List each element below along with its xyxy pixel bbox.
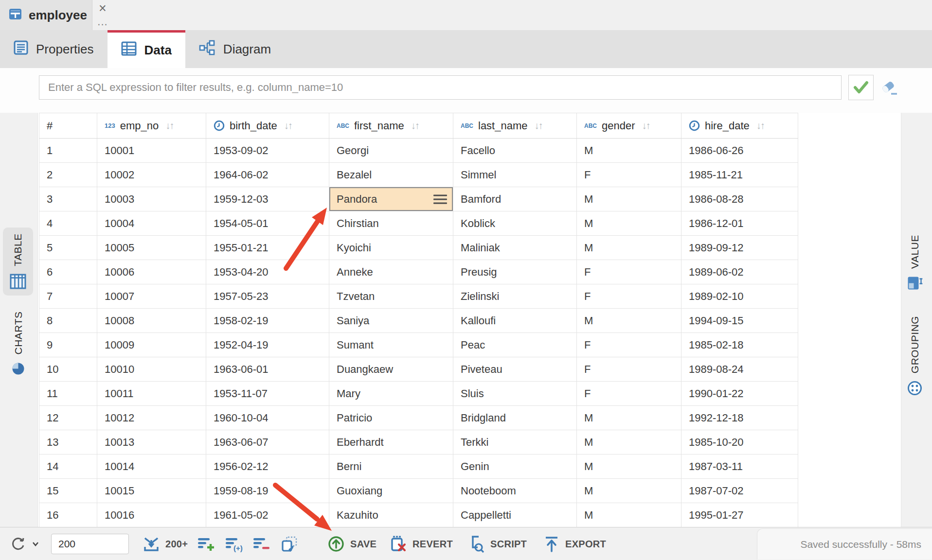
cell-last_name[interactable]: Facello (453, 139, 577, 163)
cell-gender[interactable]: F (577, 163, 681, 187)
cell-birth_date[interactable]: 1959-08-19 (206, 479, 329, 503)
row-number-cell[interactable]: 1 (39, 139, 97, 163)
cell-first_name[interactable]: Chirstian (329, 211, 453, 236)
cell-emp_no[interactable]: 10015 (97, 479, 206, 503)
cell-last_name[interactable]: Zielinski (453, 284, 577, 309)
cell-first_name[interactable]: Kazuhito (329, 503, 453, 527)
column-header-birth_date[interactable]: birth_date↓↑ (206, 113, 329, 139)
row-number-cell[interactable]: 6 (39, 260, 97, 284)
apply-filter-button[interactable] (848, 75, 874, 100)
sort-icon[interactable]: ↓↑ (756, 120, 764, 131)
panel-tab-charts[interactable]: CHARTS (3, 304, 34, 384)
export-button[interactable]: EXPORT (543, 527, 606, 560)
cell-first_name[interactable]: Tzvetan (329, 284, 453, 309)
cell-menu-icon[interactable] (433, 194, 447, 204)
cell-last_name[interactable]: Maliniak (453, 236, 577, 260)
cell-birth_date[interactable]: 1959-12-03 (206, 187, 329, 211)
cell-birth_date[interactable]: 1954-05-01 (206, 211, 329, 236)
cell-hire_date[interactable]: 1987-03-11 (681, 455, 798, 479)
cell-gender[interactable]: F (577, 284, 681, 309)
column-header-row[interactable]: # (39, 113, 97, 139)
cell-emp_no[interactable]: 10016 (97, 503, 206, 527)
revert-button[interactable]: REVERT (389, 527, 453, 560)
fetch-size-input[interactable] (51, 534, 129, 554)
cell-gender[interactable]: M (577, 455, 681, 479)
cell-gender[interactable]: M (577, 187, 681, 211)
cell-birth_date[interactable]: 1961-05-02 (206, 503, 329, 527)
fetch-next-page-button[interactable]: 200+ (142, 527, 188, 560)
cell-first_name[interactable]: Sumant (329, 333, 453, 357)
tab-properties[interactable]: Properties (0, 30, 108, 68)
row-number-cell[interactable]: 9 (39, 333, 97, 357)
column-header-gender[interactable]: ABCgender↓↑ (577, 113, 681, 139)
cell-first_name[interactable]: Anneke (329, 260, 453, 284)
cell-gender[interactable]: F (577, 333, 681, 357)
row-number-cell[interactable]: 15 (39, 479, 97, 503)
cell-emp_no[interactable]: 10005 (97, 236, 206, 260)
sort-icon[interactable]: ↓↑ (411, 120, 419, 131)
sql-filter-input[interactable] (39, 75, 842, 100)
cell-last_name[interactable]: Genin (453, 455, 577, 479)
cell-last_name[interactable]: Preusig (453, 260, 577, 284)
cell-first_name[interactable]: Berni (329, 455, 453, 479)
cell-birth_date[interactable]: 1960-10-04 (206, 406, 329, 430)
column-header-last_name[interactable]: ABClast_name↓↑ (453, 113, 577, 139)
cell-hire_date[interactable]: 1986-12-01 (681, 211, 798, 236)
cell-birth_date[interactable]: 1963-06-07 (206, 430, 329, 455)
cell-birth_date[interactable]: 1952-04-19 (206, 333, 329, 357)
panel-tab-value[interactable]: VALUE (900, 228, 930, 298)
cell-first_name[interactable]: Patricio (329, 406, 453, 430)
cell-emp_no[interactable]: 10002 (97, 163, 206, 187)
row-number-cell[interactable]: 12 (39, 406, 97, 430)
cell-first_name[interactable]: Mary (329, 382, 453, 406)
close-tab-icon[interactable]: × (95, 1, 110, 16)
cell-hire_date[interactable]: 1990-01-22 (681, 382, 798, 406)
tab-data[interactable]: Data (108, 30, 185, 68)
cell-gender[interactable]: M (577, 211, 681, 236)
add-row-button[interactable] (197, 527, 215, 560)
cell-birth_date[interactable]: 1953-11-07 (206, 382, 329, 406)
save-button[interactable]: SAVE (327, 527, 376, 560)
cell-hire_date[interactable]: 1989-08-24 (681, 357, 798, 382)
cell-hire_date[interactable]: 1989-02-10 (681, 284, 798, 309)
cell-birth_date[interactable]: 1956-02-12 (206, 455, 329, 479)
cell-last_name[interactable]: Kalloufi (453, 309, 577, 333)
cell-hire_date[interactable]: 1985-10-20 (681, 430, 798, 455)
sort-icon[interactable]: ↓↑ (642, 120, 650, 131)
cell-hire_date[interactable]: 1985-02-18 (681, 333, 798, 357)
row-number-cell[interactable]: 16 (39, 503, 97, 527)
cell-hire_date[interactable]: 1994-09-15 (681, 309, 798, 333)
cell-gender[interactable]: M (577, 236, 681, 260)
tab-diagram[interactable]: Diagram (185, 30, 285, 68)
cell-first_name[interactable]: Bezalel (329, 163, 453, 187)
cell-emp_no[interactable]: 10009 (97, 333, 206, 357)
cell-last_name[interactable]: Nooteboom (453, 479, 577, 503)
row-number-cell[interactable]: 10 (39, 357, 97, 382)
cell-gender[interactable]: M (577, 139, 681, 163)
column-header-emp_no[interactable]: 123emp_no↓↑ (97, 113, 206, 139)
cell-emp_no[interactable]: 10012 (97, 406, 206, 430)
delete-row-button[interactable] (252, 527, 271, 560)
cell-hire_date[interactable]: 1989-06-02 (681, 260, 798, 284)
cell-first_name[interactable]: Georgi (329, 139, 453, 163)
cell-emp_no[interactable]: 10013 (97, 430, 206, 455)
cell-first_name[interactable]: Guoxiang (329, 479, 453, 503)
sort-icon[interactable]: ↓↑ (165, 120, 173, 131)
cell-first_name[interactable]: Kyoichi (329, 236, 453, 260)
cell-gender[interactable]: F (577, 357, 681, 382)
cell-birth_date[interactable]: 1953-04-20 (206, 260, 329, 284)
row-number-cell[interactable]: 8 (39, 309, 97, 333)
row-number-cell[interactable]: 3 (39, 187, 97, 211)
cell-hire_date[interactable]: 1986-06-26 (681, 139, 798, 163)
cell-emp_no[interactable]: 10010 (97, 357, 206, 382)
cell-hire_date[interactable]: 1989-09-12 (681, 236, 798, 260)
clear-filter-button[interactable] (878, 79, 900, 98)
cell-hire_date[interactable]: 1995-01-27 (681, 503, 798, 527)
sort-icon[interactable]: ↓↑ (535, 120, 542, 131)
row-number-cell[interactable]: 4 (39, 211, 97, 236)
cell-gender[interactable]: M (577, 406, 681, 430)
row-number-cell[interactable]: 2 (39, 163, 97, 187)
cell-emp_no[interactable]: 10006 (97, 260, 206, 284)
refresh-button[interactable] (10, 527, 39, 560)
cell-gender[interactable]: M (577, 430, 681, 455)
